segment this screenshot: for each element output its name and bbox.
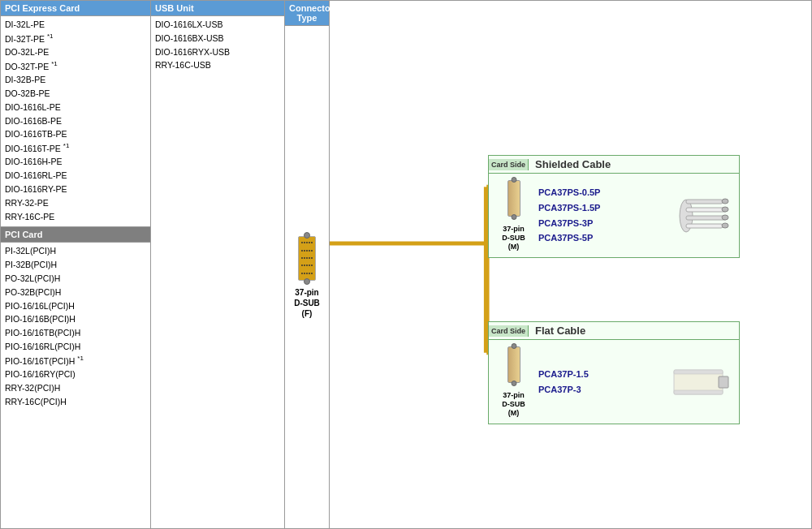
flat-card-side-label: Card Side (489, 325, 529, 337)
shielded-product-list: PCA37PS-0.5PPCA37PS-1.5PPCA37PS-3PPCA37P… (538, 185, 661, 246)
list-item: DIO-1616BX-USB (155, 32, 280, 45)
list-item: DIO-1616B-PE (5, 114, 146, 128)
list-item: RRY-32(PCI)H (5, 381, 146, 395)
connector-type-column: Connector Type (285, 1, 330, 528)
shielded-pin-label: 37-pin D-SUB (M) (502, 225, 525, 251)
list-item: DI-32T-PE *1 (5, 32, 146, 45)
flat-connector-icon (508, 346, 520, 383)
list-item: DO-32B-PE (5, 87, 146, 101)
list-item: DI-32L-PE (5, 18, 146, 32)
svg-point-10 (722, 199, 728, 204)
list-item: PCA37PS-0.5P (538, 185, 661, 200)
list-item: DIO-1616H-PE (5, 155, 146, 169)
list-item: DO-32T-PE *1 (5, 59, 146, 73)
list-item: DIO-1616T-PE *1 (5, 141, 146, 155)
flat-cable-content: 37-pin D-SUB (M) PCA37P-1.5PCA37P-3 (489, 340, 739, 424)
pci-express-column: PCI Express Card DI-32L-PEDI-32T-PE *1DO… (1, 1, 151, 528)
list-item: PIO-16/16TB(PCI)H (5, 326, 146, 340)
usb-unit-items: DIO-1616LX-USBDIO-1616BX-USBDIO-1616RYX-… (151, 16, 284, 74)
list-item: PIO-16/16RL(PCI)H (5, 340, 146, 354)
pci-card-items: PI-32L(PCI)HPI-32B(PCI)HPO-32L(PCI)HPO-3… (1, 243, 150, 410)
list-item: DIO-1616L-PE (5, 101, 146, 114)
usb-unit-header: USB Unit (151, 1, 284, 16)
list-item: PCA37PS-3P (538, 216, 661, 231)
pci-express-header: PCI Express Card (1, 1, 150, 16)
flat-connector-info: 37-pin D-SUB (M) (495, 346, 532, 417)
list-item: PIO-16/16T(PCI)H *1 (5, 354, 146, 368)
svg-point-12 (722, 215, 728, 220)
shielded-cable-box: Card Side Shielded Cable 37-pin D-SUB (M… (488, 155, 740, 258)
flat-cable-header: Card Side Flat Cable (489, 322, 739, 340)
list-item: PCA37PS-5P (538, 230, 661, 246)
shielded-connector-info: 37-pin D-SUB (M) (495, 180, 532, 251)
dsub-connector-icon (298, 236, 316, 281)
main-container: PCI Express Card DI-32L-PEDI-32T-PE *1DO… (0, 0, 812, 529)
svg-rect-7 (686, 208, 727, 212)
shielded-cable-content: 37-pin D-SUB (M) PCA37PS-0.5PPCA37PS-1.5… (489, 174, 739, 257)
list-item: DIO-1616RY-PE (5, 183, 146, 196)
flat-cable-title: Flat Cable (529, 322, 592, 339)
svg-point-11 (722, 207, 728, 212)
svg-point-13 (722, 223, 728, 228)
list-item: DIO-1616TB-PE (5, 127, 146, 141)
list-item: PIO-16/16RY(PCI) (5, 368, 146, 381)
connector-area: 37-pin D-SUB (F) (294, 26, 320, 528)
list-item: PCA37PS-1.5P (538, 200, 661, 216)
connector-label: 37-pin D-SUB (F) (294, 287, 320, 319)
flat-cable-image (667, 359, 732, 404)
list-item: PCA37P-3 (538, 382, 661, 398)
list-item: RRY-16C-USB (155, 58, 280, 72)
flat-cable-box: Card Side Flat Cable 37-pin D-SUB (M) PC… (488, 321, 740, 424)
diagram-area: Card Side Shielded Cable 37-pin D-SUB (M… (330, 1, 811, 528)
svg-rect-6 (686, 200, 723, 204)
list-item: DO-32L-PE (5, 45, 146, 59)
list-item: PI-32L(PCI)H (5, 244, 146, 258)
shielded-connector-icon (508, 180, 520, 217)
svg-rect-9 (686, 224, 723, 228)
svg-rect-15 (674, 370, 723, 374)
shielded-card-side-label: Card Side (489, 159, 529, 170)
list-item: DIO-1616RL-PE (5, 169, 146, 183)
connector-type-header: Connector Type (285, 1, 329, 26)
list-item: RRY-32-PE (5, 196, 146, 210)
list-item: PIO-16/16L(PCI)H (5, 299, 146, 313)
list-item: PIO-16/16B(PCI)H (5, 312, 146, 326)
shielded-cable-header: Card Side Shielded Cable (489, 156, 739, 174)
flat-product-list: PCA37P-1.5PCA37P-3 (538, 367, 661, 397)
list-item: DI-32B-PE (5, 73, 146, 87)
list-item: PCA37P-1.5 (538, 367, 661, 382)
wire-diagram (330, 1, 811, 528)
pci-express-items: DI-32L-PEDI-32T-PE *1DO-32L-PEDO-32T-PE … (1, 16, 150, 225)
shielded-cable-image (667, 193, 732, 238)
list-item: PO-32L(PCI)H (5, 272, 146, 286)
list-item: RRY-16C-PE (5, 210, 146, 224)
list-item: PO-32B(PCI)H (5, 286, 146, 299)
svg-rect-16 (674, 390, 723, 394)
svg-rect-17 (719, 376, 728, 388)
pci-card-header: PCI Card (1, 227, 150, 243)
list-item: PI-32B(PCI)H (5, 258, 146, 272)
list-item: DIO-1616RYX-USB (155, 45, 280, 59)
svg-rect-8 (686, 216, 727, 220)
flat-pin-label: 37-pin D-SUB (M) (502, 391, 525, 417)
usb-unit-column: USB Unit DIO-1616LX-USBDIO-1616BX-USBDIO… (151, 1, 285, 528)
list-item: DIO-1616LX-USB (155, 18, 280, 32)
shielded-cable-title: Shielded Cable (529, 156, 617, 173)
list-item: RRY-16C(PCI)H (5, 395, 146, 409)
